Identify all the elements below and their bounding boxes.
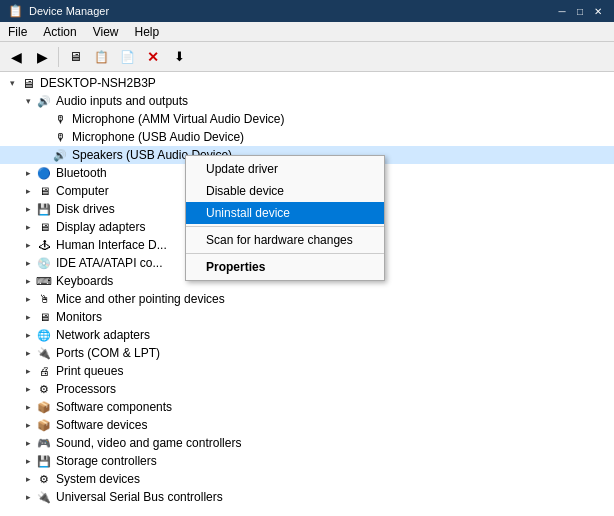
ports-label: Ports (COM & LPT) — [56, 346, 614, 360]
main-area: ▾ 🖥 DESKTOP-NSH2B3P ▾ 🔊 Audio inputs and… — [0, 72, 614, 516]
keyboards-icon: ⌨ — [36, 273, 52, 289]
close-button[interactable]: ✕ — [590, 4, 606, 18]
storagecontrollers-label: Storage controllers — [56, 454, 614, 468]
usb-label: Universal Serial Bus controllers — [56, 490, 614, 504]
systemdevices-expand-icon: ▸ — [20, 471, 36, 487]
update-driver-btn[interactable]: 📄 — [115, 45, 139, 69]
tree-root[interactable]: ▾ 🖥 DESKTOP-NSH2B3P — [0, 74, 614, 92]
tree-item-soundvideo[interactable]: ▸ 🎮 Sound, video and game controllers — [0, 434, 614, 452]
properties-btn[interactable]: 📋 — [89, 45, 113, 69]
forward-button[interactable]: ▶ — [30, 45, 54, 69]
storagecontrollers-expand-icon: ▸ — [20, 453, 36, 469]
menu-action[interactable]: Action — [35, 22, 84, 41]
softwarecomponents-expand-icon: ▸ — [20, 399, 36, 415]
uninstall-btn[interactable]: ✕ — [141, 45, 165, 69]
tree-item-networkadapters[interactable]: ▸ 🌐 Network adapters — [0, 326, 614, 344]
keyboards-expand-icon: ▸ — [20, 273, 36, 289]
usb-icon: 🔌 — [36, 489, 52, 505]
back-button[interactable]: ◀ — [4, 45, 28, 69]
systemdevices-icon: ⚙ — [36, 471, 52, 487]
ideatapi-icon: 💿 — [36, 255, 52, 271]
printqueues-label: Print queues — [56, 364, 614, 378]
maximize-button[interactable]: □ — [572, 4, 588, 18]
computer-icon: 🖥 — [36, 183, 52, 199]
computer-expand-icon: ▸ — [20, 183, 36, 199]
tree-item-ports[interactable]: ▸ 🔌 Ports (COM & LPT) — [0, 344, 614, 362]
networkadapters-expand-icon: ▸ — [20, 327, 36, 343]
window-title: Device Manager — [29, 5, 548, 17]
context-menu: Update driver Disable device Uninstall d… — [185, 155, 385, 281]
monitors-icon: 🖥 — [36, 309, 52, 325]
tree-item-usb[interactable]: ▸ 🔌 Universal Serial Bus controllers — [0, 488, 614, 506]
soundvideo-icon: 🎮 — [36, 435, 52, 451]
bluetooth-expand-icon: ▸ — [20, 165, 36, 181]
tree-item-softwaredevices[interactable]: ▸ 📦 Software devices — [0, 416, 614, 434]
soundvideo-label: Sound, video and game controllers — [56, 436, 614, 450]
context-menu-item-properties[interactable]: Properties — [186, 256, 384, 278]
monitors-expand-icon: ▸ — [20, 309, 36, 325]
diskdrives-expand-icon: ▸ — [20, 201, 36, 217]
softwaredevices-icon: 📦 — [36, 417, 52, 433]
tree-item-systemdevices[interactable]: ▸ ⚙ System devices — [0, 470, 614, 488]
window-icon: 📋 — [8, 4, 23, 18]
mic1-label: Microphone (AMM Virtual Audio Device) — [72, 112, 614, 126]
bluetooth-icon: 🔵 — [36, 165, 52, 181]
tree-item-storagecontrollers[interactable]: ▸ 💾 Storage controllers — [0, 452, 614, 470]
displayadapters-icon: 🖥 — [36, 219, 52, 235]
root-icon: 🖥 — [20, 75, 36, 91]
humaninterface-expand-icon: ▸ — [20, 237, 36, 253]
processors-label: Processors — [56, 382, 614, 396]
menu-help[interactable]: Help — [127, 22, 168, 41]
mice-expand-icon: ▸ — [20, 291, 36, 307]
tree-view[interactable]: ▾ 🖥 DESKTOP-NSH2B3P ▾ 🔊 Audio inputs and… — [0, 72, 614, 516]
menu-file[interactable]: File — [0, 22, 35, 41]
tree-item-audio[interactable]: ▾ 🔊 Audio inputs and outputs — [0, 92, 614, 110]
menu-bar: File Action View Help — [0, 22, 614, 42]
context-menu-item-scan-changes[interactable]: Scan for hardware changes — [186, 229, 384, 251]
networkadapters-label: Network adapters — [56, 328, 614, 342]
context-menu-item-uninstall-device[interactable]: Uninstall device — [186, 202, 384, 224]
tree-item-mic2[interactable]: 🎙 Microphone (USB Audio Device) — [0, 128, 614, 146]
softwaredevices-label: Software devices — [56, 418, 614, 432]
tree-item-monitors[interactable]: ▸ 🖥 Monitors — [0, 308, 614, 326]
context-menu-separator-2 — [186, 253, 384, 254]
menu-view[interactable]: View — [85, 22, 127, 41]
context-menu-item-update-driver[interactable]: Update driver — [186, 158, 384, 180]
computer-icon-btn[interactable]: 🖥 — [63, 45, 87, 69]
speakers-expand-icon — [36, 147, 52, 163]
ports-expand-icon: ▸ — [20, 345, 36, 361]
mice-label: Mice and other pointing devices — [56, 292, 614, 306]
audio-expand-icon: ▾ — [20, 93, 36, 109]
minimize-button[interactable]: ─ — [554, 4, 570, 18]
tree-item-softwarecomponents[interactable]: ▸ 📦 Software components — [0, 398, 614, 416]
scan-btn[interactable]: ⬇ — [167, 45, 191, 69]
diskdrives-icon: 💾 — [36, 201, 52, 217]
tree-item-printqueues[interactable]: ▸ 🖨 Print queues — [0, 362, 614, 380]
root-expand-icon: ▾ — [4, 75, 20, 91]
soundvideo-expand-icon: ▸ — [20, 435, 36, 451]
printqueues-expand-icon: ▸ — [20, 363, 36, 379]
processors-expand-icon: ▸ — [20, 381, 36, 397]
context-menu-separator-1 — [186, 226, 384, 227]
toolbar: ◀ ▶ 🖥 📋 📄 ✕ ⬇ — [0, 42, 614, 72]
mic2-expand-icon — [36, 129, 52, 145]
context-menu-item-disable-device[interactable]: Disable device — [186, 180, 384, 202]
tree-item-mice[interactable]: ▸ 🖱 Mice and other pointing devices — [0, 290, 614, 308]
mic1-icon: 🎙 — [52, 111, 68, 127]
ports-icon: 🔌 — [36, 345, 52, 361]
monitors-label: Monitors — [56, 310, 614, 324]
tree-item-processors[interactable]: ▸ ⚙ Processors — [0, 380, 614, 398]
displayadapters-expand-icon: ▸ — [20, 219, 36, 235]
networkadapters-icon: 🌐 — [36, 327, 52, 343]
speakers-icon: 🔊 — [52, 147, 68, 163]
softwarecomponents-icon: 📦 — [36, 399, 52, 415]
softwaredevices-expand-icon: ▸ — [20, 417, 36, 433]
mice-icon: 🖱 — [36, 291, 52, 307]
title-bar: 📋 Device Manager ─ □ ✕ — [0, 0, 614, 22]
audio-icon: 🔊 — [36, 93, 52, 109]
tree-item-mic1[interactable]: 🎙 Microphone (AMM Virtual Audio Device) — [0, 110, 614, 128]
systemdevices-label: System devices — [56, 472, 614, 486]
softwarecomponents-label: Software components — [56, 400, 614, 414]
storagecontrollers-icon: 💾 — [36, 453, 52, 469]
printqueues-icon: 🖨 — [36, 363, 52, 379]
